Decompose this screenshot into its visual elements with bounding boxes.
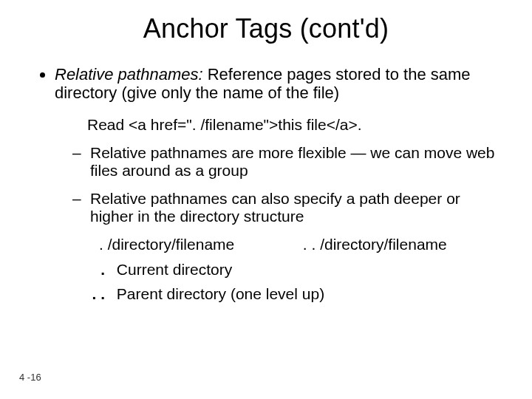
slide-body: Relative pathnames: Reference pages stor… xyxy=(0,44,532,303)
definition-row: . . Parent directory (one level up) xyxy=(84,285,497,303)
path-example-parent: . . /directory/filename xyxy=(303,236,447,253)
slide: Anchor Tags (cont'd) Relative pathnames:… xyxy=(0,0,532,399)
definition-symbol: . xyxy=(84,261,105,279)
sub-bullet-item: Relative pathnames are more flexible — w… xyxy=(80,144,497,180)
definition-row: . Current directory xyxy=(84,261,497,279)
page-number: 4 -16 xyxy=(19,372,41,383)
sub-bullet-item: Relative pathnames can also specify a pa… xyxy=(80,190,497,225)
bullet-lead-italic: Relative pathnames: xyxy=(55,65,203,83)
slide-title: Anchor Tags (cont'd) xyxy=(0,0,532,44)
sub-bullet-list: Relative pathnames are more flexible — w… xyxy=(64,144,497,226)
top-bullet-list: Relative pathnames: Reference pages stor… xyxy=(35,65,497,303)
path-example-current: . /directory/filename xyxy=(99,236,299,253)
path-examples-row: . /directory/filename . . /directory/fil… xyxy=(99,236,497,253)
symbol-definitions: . Current directory . . Parent directory… xyxy=(84,261,497,302)
definition-symbol: . . xyxy=(84,285,105,303)
code-example: Read <a href=". /filename">this file</a>… xyxy=(87,116,497,134)
top-bullet-item: Relative pathnames: Reference pages stor… xyxy=(55,65,497,303)
definition-meaning: Current directory xyxy=(117,261,232,278)
definition-meaning: Parent directory (one level up) xyxy=(117,285,324,302)
